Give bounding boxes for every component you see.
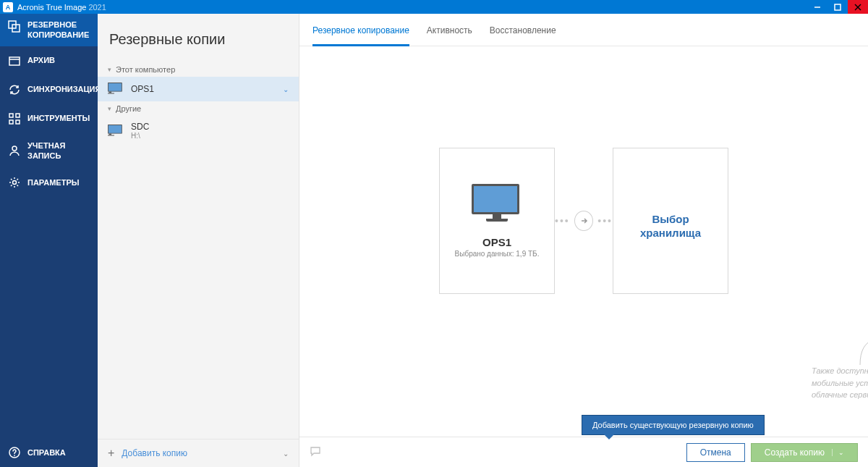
list-header: Резервные копии [98, 14, 299, 62]
nav-settings-label: ПАРАМЕТРЫ [27, 177, 80, 188]
chevron-down-icon[interactable]: ⌄ [283, 85, 289, 93]
main-panel: Резервное копирование Активность Восстан… [299, 14, 868, 467]
source-card[interactable]: OPS1 Выбрано данных: 1,9 ТБ. [439, 148, 555, 294]
nav-settings[interactable]: ПАРАМЕТРЫ [0, 168, 98, 197]
tab-activity[interactable]: Активность [427, 25, 472, 46]
computer-icon [472, 184, 522, 226]
svg-point-12 [12, 146, 17, 151]
list-item-sdc[interactable]: SDC H:\ [98, 116, 299, 146]
svg-rect-11 [16, 120, 20, 124]
svg-rect-10 [9, 120, 13, 124]
list-item-sublabel: H:\ [131, 132, 149, 140]
nav-help-label: СПРАВКА [27, 447, 66, 458]
nav-backup-label: РЕЗЕРВНОЕ КОПИРОВАНИЕ [27, 20, 90, 41]
svg-point-13 [13, 181, 17, 185]
nav-archive[interactable]: АРХИВ [0, 46, 98, 75]
target-title: Выбор [652, 213, 689, 225]
app-icon: A [3, 2, 13, 12]
maximize-button[interactable] [827, 0, 848, 14]
sync-icon [7, 83, 22, 97]
nav-sync[interactable]: СИНХРОНИЗАЦИЯ [0, 75, 98, 104]
backup-list-panel: Резервные копии Этот компьютер OPS1 ⌄ Др… [98, 14, 299, 467]
gear-icon [7, 175, 22, 190]
nav-tools-label: ИНСТРУМЕНТЫ [27, 113, 90, 123]
close-button[interactable] [848, 0, 868, 14]
list-item-label: SDC [131, 122, 149, 132]
tabs: Резервное копирование Активность Восстан… [299, 14, 868, 46]
add-backup-label: Добавить копию [122, 448, 187, 458]
source-title: OPS1 [482, 236, 511, 248]
left-nav: РЕЗЕРВНОЕ КОПИРОВАНИЕ АРХИВ СИНХРОНИЗАЦИ… [0, 14, 98, 467]
tab-backup[interactable]: Резервное копирование [312, 25, 409, 46]
tab-restore[interactable]: Восстановление [490, 25, 556, 46]
target-card[interactable]: Выбор хранилища [613, 148, 728, 294]
hint-text: Также доступны диски, файлы, мобильные у… [812, 365, 868, 401]
nav-help[interactable]: СПРАВКА [0, 438, 98, 467]
chevron-down-icon[interactable]: ⌄ [832, 449, 844, 456]
nav-tools[interactable]: ИНСТРУМЕНТЫ [0, 104, 98, 133]
archive-icon [7, 54, 22, 68]
chevron-down-icon[interactable]: ⌄ [283, 450, 289, 458]
hint-arrow-icon [856, 336, 868, 365]
computer-icon [108, 83, 124, 96]
comment-icon[interactable] [310, 445, 321, 459]
svg-rect-6 [9, 57, 20, 65]
target-title2: хранилища [640, 227, 701, 239]
nav-sync-label: СИНХРОНИЗАЦИЯ [27, 84, 101, 94]
backup-icon [7, 20, 22, 34]
plus-icon: + [108, 447, 114, 460]
arrow-between: ••• ••• [555, 211, 613, 231]
list-item-ops1[interactable]: OPS1 ⌄ [98, 77, 299, 101]
tooltip-add-existing: Добавить существующую резервную копию [582, 415, 765, 435]
app-year: 2021 [88, 3, 106, 12]
create-backup-label: Создать копию [765, 447, 825, 458]
section-this-computer[interactable]: Этот компьютер [98, 62, 299, 77]
account-icon [7, 143, 22, 158]
source-sub: Выбрано данных: 1,9 ТБ. [455, 250, 540, 258]
svg-rect-8 [9, 114, 13, 117]
bottom-bar: Отмена Создать копию ⌄ [299, 437, 868, 467]
arrow-right-icon [574, 211, 594, 231]
create-backup-button[interactable]: Создать копию ⌄ [751, 443, 858, 462]
list-item-label: OPS1 [131, 84, 154, 94]
app-title: Acronis True Image [17, 3, 86, 12]
nav-backup[interactable]: РЕЗЕРВНОЕ КОПИРОВАНИЕ [0, 14, 98, 46]
help-icon [7, 445, 22, 460]
section-other[interactable]: Другие [98, 101, 299, 116]
tools-icon [7, 112, 22, 126]
svg-rect-1 [835, 4, 841, 10]
nav-account[interactable]: УЧЕТНАЯ ЗАПИСЬ [0, 133, 98, 169]
svg-rect-9 [16, 114, 20, 117]
nav-account-label: УЧЕТНАЯ ЗАПИСЬ [27, 140, 90, 161]
titlebar: A Acronis True Image 2021 [0, 0, 868, 14]
add-backup[interactable]: + Добавить копию ⌄ [98, 439, 299, 467]
cancel-button[interactable]: Отмена [686, 443, 745, 462]
nav-archive-label: АРХИВ [27, 55, 55, 65]
computer-icon [108, 125, 124, 138]
minimize-button[interactable] [807, 0, 827, 14]
